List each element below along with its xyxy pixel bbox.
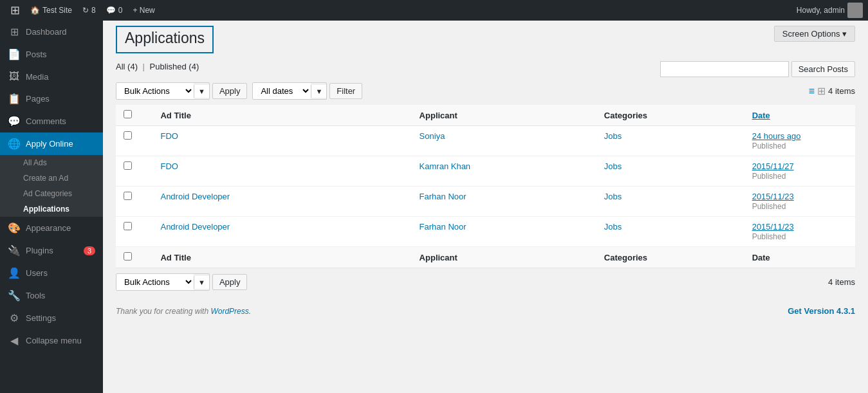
sidebar-label-pages: Pages: [26, 94, 50, 104]
row-title: FDO: [152, 156, 411, 187]
footer: Thank you for creating with WordPress. G…: [103, 298, 868, 324]
top-date-select[interactable]: All dates: [253, 83, 311, 99]
sidebar-item-appearance[interactable]: 🎨 Appearance: [0, 217, 103, 239]
top-date-arrow[interactable]: ▼: [311, 85, 326, 98]
row-select-checkbox[interactable]: [124, 161, 132, 170]
row-category: Jobs: [596, 217, 744, 247]
row-category-link[interactable]: Jobs: [604, 222, 622, 232]
sidebar-sub-all-ads[interactable]: All Ads: [0, 155, 103, 170]
sidebar-item-users[interactable]: 👤 Users: [0, 262, 103, 284]
row-category-link[interactable]: Jobs: [604, 161, 622, 171]
bottom-apply-button[interactable]: Apply: [212, 274, 248, 290]
select-all-footer-checkbox[interactable]: [124, 252, 132, 260]
top-bulk-filter-row: Bulk Actions ▼ Apply All dates ▼ Filter …: [116, 82, 855, 100]
row-title-link[interactable]: Android Developer: [160, 192, 230, 201]
row-date: 2015/11/23 Published: [744, 187, 855, 217]
avatar: [847, 3, 863, 18]
plugins-badge: 3: [84, 246, 95, 255]
row-applicant-link[interactable]: Farhan Noor: [420, 192, 466, 201]
sidebar-item-settings[interactable]: ⚙ Settings: [0, 307, 103, 329]
search-input[interactable]: [660, 61, 789, 77]
row-date: 2015/11/23 Published: [744, 217, 855, 247]
bottom-bulk-filter-row: Bulk Actions ▼ Apply 4 items: [116, 273, 855, 291]
sidebar: ⊞ Dashboard 📄 Posts 🖼 Media 📋 Pages 💬 Co…: [0, 21, 103, 393]
row-applicant-link[interactable]: Soniya: [420, 131, 445, 141]
comments-icon: 💬: [106, 6, 116, 15]
sidebar-label-collapse: Collapse menu: [26, 336, 82, 345]
row-select-checkbox[interactable]: [124, 192, 132, 200]
top-filter-button[interactable]: Filter: [329, 83, 362, 99]
header-date-col[interactable]: Date: [744, 105, 855, 126]
filter-all-link[interactable]: All (4): [116, 62, 138, 71]
site-name-item[interactable]: 🏠 Test Site: [25, 0, 77, 21]
bottom-bulk-actions-select[interactable]: Bulk Actions: [116, 274, 194, 290]
row-applicant-link[interactable]: Kamran Khan: [420, 161, 471, 171]
tools-icon: 🔧: [8, 289, 21, 302]
appearance-icon: 🎨: [8, 222, 21, 234]
top-bulk-arrow[interactable]: ▼: [194, 85, 209, 98]
row-date-value[interactable]: 24 hours ago: [752, 131, 801, 141]
filter-links: All (4) | Published (4): [116, 62, 199, 71]
filter-published-link[interactable]: Published (4): [150, 62, 199, 71]
table-row: FDO Soniya Jobs 24 hours ago Published: [116, 126, 855, 156]
updates-item[interactable]: ↻ 8: [77, 0, 101, 21]
row-title-link[interactable]: FDO: [160, 161, 178, 171]
row-date-value[interactable]: 2015/11/23: [752, 192, 794, 201]
row-category-link[interactable]: Jobs: [604, 131, 622, 141]
search-area: Search Posts: [660, 61, 855, 77]
grid-view-icon[interactable]: ⊞: [817, 85, 826, 97]
row-applicant: Farhan Noor: [412, 217, 596, 247]
row-select-checkbox[interactable]: [124, 222, 132, 230]
row-title: Android Developer: [152, 187, 411, 217]
row-checkbox: [116, 187, 152, 217]
row-status: Published: [752, 172, 786, 181]
screen-options-button[interactable]: Screen Options ▾: [774, 26, 855, 42]
wp-logo-item[interactable]: ⊞: [5, 0, 25, 21]
sidebar-sub-create-ad[interactable]: Create an Ad: [0, 170, 103, 186]
footer-date-col: Date: [744, 247, 855, 268]
footer-wordpress-link[interactable]: WordPress.: [210, 307, 251, 316]
list-view-icon[interactable]: ≡: [809, 86, 815, 97]
select-all-checkbox[interactable]: [124, 110, 132, 118]
row-category-link[interactable]: Jobs: [604, 192, 622, 201]
plugins-icon: 🔌: [8, 244, 21, 257]
row-title-link[interactable]: Android Developer: [160, 222, 230, 232]
row-select-checkbox[interactable]: [124, 131, 132, 140]
sidebar-label-posts: Posts: [26, 50, 47, 59]
footer-version[interactable]: Get Version 4.3.1: [788, 306, 855, 316]
sidebar-item-dashboard[interactable]: ⊞ Dashboard: [0, 21, 103, 43]
top-bulk-actions-select[interactable]: Bulk Actions: [116, 83, 194, 99]
sidebar-item-posts[interactable]: 📄 Posts: [0, 43, 103, 66]
sidebar-item-plugins[interactable]: 🔌 Plugins 3: [0, 239, 103, 262]
site-name: Test Site: [42, 6, 72, 15]
comments-item[interactable]: 💬 0: [101, 0, 128, 21]
sidebar-sub-ad-categories[interactable]: Ad Categories: [0, 186, 103, 201]
sidebar-item-comments[interactable]: 💬 Comments: [0, 110, 103, 133]
users-icon: 👤: [8, 267, 21, 279]
row-title-link[interactable]: FDO: [160, 131, 178, 141]
updates-count: 8: [91, 6, 96, 15]
bottom-bulk-arrow[interactable]: ▼: [194, 276, 209, 289]
row-checkbox: [116, 126, 152, 156]
footer-categories-col: Categories: [596, 247, 744, 268]
row-date-value[interactable]: 2015/11/27: [752, 161, 794, 171]
apply-online-arrow: ◀: [84, 133, 103, 155]
sidebar-item-media[interactable]: 🖼 Media: [0, 66, 103, 87]
top-apply-button[interactable]: Apply: [212, 83, 248, 99]
sidebar-item-apply-online[interactable]: 🌐 Apply Online ◀: [0, 133, 103, 155]
sidebar-sub-applications[interactable]: Applications: [0, 201, 103, 217]
footer-thank-you: Thank you for creating with: [116, 307, 208, 316]
sidebar-label-tools: Tools: [26, 291, 45, 300]
row-date-value[interactable]: 2015/11/23: [752, 222, 794, 232]
sidebar-item-pages[interactable]: 📋 Pages: [0, 87, 103, 110]
row-applicant-link[interactable]: Farhan Noor: [420, 222, 466, 232]
page-title: Applications: [125, 30, 205, 47]
search-posts-button[interactable]: Search Posts: [791, 61, 855, 77]
sidebar-item-collapse[interactable]: ◀ Collapse menu: [0, 329, 103, 352]
row-category: Jobs: [596, 156, 744, 187]
top-right-controls: ≡ ⊞ 4 items: [809, 85, 855, 97]
home-icon: 🏠: [30, 6, 40, 15]
sidebar-item-tools[interactable]: 🔧 Tools: [0, 284, 103, 307]
new-item[interactable]: + New: [127, 0, 160, 21]
header-title-col: Ad Title: [152, 105, 411, 126]
